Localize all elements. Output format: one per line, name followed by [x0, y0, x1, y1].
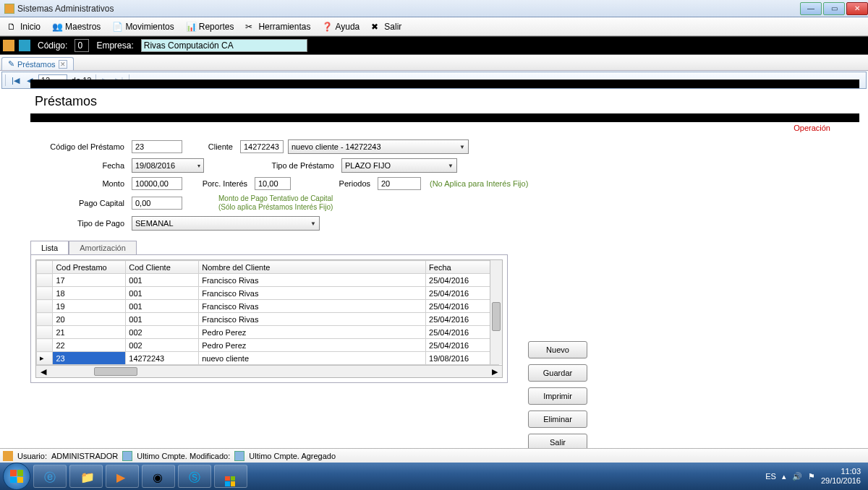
- help-icon: ❓: [322, 22, 332, 32]
- eliminar-button[interactable]: Eliminar: [528, 411, 587, 428]
- tab-icon: ✎: [8, 59, 14, 69]
- content-area: Préstamos Operación Código del Préstamo …: [1, 72, 867, 455]
- tray-flag-icon[interactable]: ⚑: [808, 472, 815, 481]
- close-button[interactable]: ✕: [846, 2, 868, 15]
- inner-tab-lista[interactable]: Lista: [30, 241, 69, 254]
- menu-bar: 🗋Inicio 👥Maestros 📄Movimientos 📊Reportes…: [0, 17, 868, 36]
- inner-tab-amortizacion[interactable]: Amortización: [69, 241, 137, 254]
- media-icon: ▶: [116, 470, 128, 482]
- input-periodos[interactable]: [378, 177, 421, 190]
- tray-show-hidden-icon[interactable]: ▴: [782, 472, 786, 481]
- label-monto: Monto: [30, 179, 132, 188]
- label-tipo-prestamo: Tipo de Préstamo: [204, 161, 341, 170]
- chevron-down-icon: ▼: [310, 220, 316, 227]
- menu-inicio[interactable]: 🗋Inicio: [3, 20, 45, 33]
- label-fecha: Fecha: [30, 161, 132, 170]
- input-monto[interactable]: [132, 177, 182, 190]
- label-cliente: Cliente: [182, 142, 240, 151]
- nuevo-button[interactable]: Nuevo: [528, 341, 587, 358]
- ultimo-mod-label: Ultimo Cmpte. Modificado:: [137, 452, 230, 460]
- doc-icon: [122, 451, 132, 461]
- tab-label: Préstamos: [17, 60, 56, 69]
- table-row[interactable]: 20001Francisco Rivas25/04/2016: [37, 313, 499, 326]
- table-row[interactable]: 17001Francisco Rivas25/04/2016: [37, 274, 499, 287]
- usuario-value: ADMINISTRADOR: [51, 452, 118, 460]
- maximize-button[interactable]: ▭: [823, 2, 845, 15]
- label-periodos: Periodos: [291, 179, 378, 188]
- usuario-label: Usuario:: [17, 452, 47, 460]
- menu-ayuda[interactable]: ❓Ayuda: [318, 20, 364, 33]
- status-bar: Usuario: ADMINISTRADOR Ultimo Cmpte. Mod…: [0, 448, 868, 463]
- company-bar: Código: Empresa:: [0, 36, 868, 55]
- menu-herramientas[interactable]: ✂Herramientas: [241, 20, 315, 33]
- divider-top: [30, 79, 859, 88]
- input-cliente-id[interactable]: [240, 140, 284, 153]
- table-row[interactable]: ▸2314272243nuevo cliente19/08/2016: [37, 352, 499, 365]
- table-row[interactable]: 21002Pedro Perez25/04/2016: [37, 326, 499, 339]
- chrome-icon: ◉: [153, 470, 164, 482]
- page-title: Préstamos: [30, 88, 859, 113]
- menu-maestros[interactable]: 👥Maestros: [48, 20, 105, 33]
- empresa-label: Empresa:: [93, 40, 136, 51]
- operacion-label: Operación: [30, 122, 859, 135]
- lookup-icon[interactable]: [19, 40, 30, 51]
- taskbar-app[interactable]: [214, 465, 247, 488]
- movements-icon: 📄: [112, 22, 122, 32]
- divider-bottom: [30, 113, 859, 122]
- select-tipo-prestamo[interactable]: PLAZO FIJO▼: [341, 158, 457, 173]
- taskbar-skype[interactable]: Ⓢ: [178, 465, 211, 488]
- label-porc-interes: Porc. Interés: [182, 179, 255, 188]
- tray-volume-icon[interactable]: 🔊: [792, 472, 802, 481]
- grid-hscroll[interactable]: ◀▶: [36, 365, 502, 377]
- start-button[interactable]: [3, 463, 30, 490]
- tab-prestamos[interactable]: ✎ Préstamos ✕: [1, 57, 74, 70]
- label-tipo-pago: Tipo de Pago: [30, 219, 132, 228]
- prestamos-grid[interactable]: Cod PrestamoCod ClienteNombre del Client…: [35, 259, 503, 378]
- ultimo-agr-label: Ultimo Cmpte. Agregado: [249, 452, 336, 460]
- hint-periodos: (No Aplica para Interés Fijo): [430, 179, 528, 188]
- select-tipo-pago[interactable]: SEMANAL▼: [132, 216, 320, 231]
- exit-icon: ✖: [371, 22, 381, 32]
- ie-icon: ⓔ: [44, 470, 56, 482]
- empresa-input[interactable]: [141, 39, 307, 52]
- input-pago-capital[interactable]: [132, 197, 182, 210]
- input-porc-interes[interactable]: [255, 177, 291, 190]
- input-fecha[interactable]: 19/08/2016▾: [132, 158, 204, 173]
- tray-clock[interactable]: 11:03 29/10/2016: [821, 467, 861, 486]
- chevron-down-icon: ▼: [459, 144, 465, 150]
- table-row[interactable]: 22002Pedro Perez25/04/2016: [37, 339, 499, 352]
- select-cliente[interactable]: nuevo cliente - 14272243▼: [288, 139, 469, 154]
- minimize-button[interactable]: —: [800, 2, 822, 15]
- codigo-label: Código:: [35, 40, 70, 51]
- people-icon: 👥: [52, 22, 62, 32]
- tab-close-icon[interactable]: ✕: [59, 60, 67, 69]
- reports-icon: 📊: [186, 22, 196, 32]
- hint-pago-capital-2: (Sólo aplica Préstamos Interés Fijo): [218, 203, 333, 212]
- label-pago-capital: Pago Capital: [30, 199, 132, 207]
- guardar-button[interactable]: Guardar: [528, 364, 587, 382]
- menu-salir[interactable]: ✖Salir: [367, 20, 406, 33]
- save-icon[interactable]: [3, 40, 14, 51]
- tools-icon: ✂: [245, 22, 255, 32]
- tray-lang[interactable]: ES: [765, 472, 776, 481]
- table-row[interactable]: 19001Francisco Rivas25/04/2016: [37, 300, 499, 313]
- user-icon: [3, 451, 13, 461]
- taskbar-media[interactable]: ▶: [106, 465, 139, 488]
- label-codigo-prestamo: Código del Préstamo: [30, 142, 132, 151]
- input-codigo-prestamo[interactable]: [132, 140, 182, 153]
- taskbar-chrome[interactable]: ◉: [142, 465, 175, 488]
- chevron-down-icon: ▾: [197, 163, 200, 169]
- imprimir-button[interactable]: Imprimir: [528, 387, 587, 405]
- taskbar-explorer[interactable]: 📁: [69, 465, 103, 488]
- codigo-input[interactable]: [75, 39, 89, 52]
- menu-movimientos[interactable]: 📄Movimientos: [108, 20, 178, 33]
- skype-icon: Ⓢ: [189, 470, 200, 482]
- grid-vscroll[interactable]: [490, 260, 502, 364]
- table-row[interactable]: 18001Francisco Rivas25/04/2016: [37, 287, 499, 300]
- hint-pago-capital-1: Monto de Pago Tentativo de Capital: [218, 194, 333, 203]
- window-titlebar: Sistemas Administrativos — ▭ ✕: [0, 0, 868, 17]
- menu-reportes[interactable]: 📊Reportes: [182, 20, 239, 33]
- taskbar-ie[interactable]: ⓔ: [33, 465, 67, 488]
- document-tabs: ✎ Préstamos ✕: [0, 55, 868, 71]
- home-icon: 🗋: [7, 22, 17, 32]
